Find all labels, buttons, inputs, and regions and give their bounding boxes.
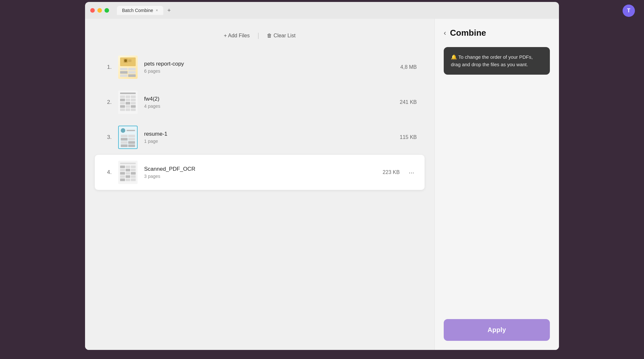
panel-back-button[interactable]: ‹ <box>444 29 446 37</box>
tab-area: Batch Combine × + <box>117 6 174 15</box>
clear-list-label: 🗑 Clear List <box>267 33 295 39</box>
panel-spacer <box>435 81 559 313</box>
file-index-2: 2. <box>103 99 112 105</box>
file-name-4: Scanned_PDF_OCR <box>144 166 367 172</box>
list-item[interactable]: 3. resume-1 1 page <box>95 120 425 155</box>
file-name-3: resume-1 <box>144 131 384 137</box>
file-list: 1. <box>95 50 425 190</box>
info-icon: 🔔 <box>451 54 457 60</box>
traffic-lights <box>90 8 109 13</box>
file-info-2: fw4(2) 4 pages <box>144 96 384 109</box>
tab-title: Batch Combine <box>122 8 153 13</box>
toolbar-divider: | <box>257 32 259 39</box>
file-size-2: 241 KB <box>391 99 417 105</box>
file-thumbnail-1 <box>118 56 138 79</box>
list-item[interactable]: 2. fw4(2) 4 pages <box>95 85 425 120</box>
close-button[interactable] <box>90 8 95 13</box>
file-info-1: pets report-copy 6 pages <box>144 61 384 74</box>
file-size-3: 115 KB <box>391 134 417 140</box>
file-pages-4: 3 pages <box>144 174 367 179</box>
file-thumbnail-2 <box>118 91 138 114</box>
clear-list-button[interactable]: 🗑 Clear List <box>267 33 295 39</box>
info-text: To change the order of your PDFs, drag a… <box>451 54 533 67</box>
file-index-3: 3. <box>103 134 112 141</box>
file-info-4: Scanned_PDF_OCR 3 pages <box>144 166 367 179</box>
file-info-3: resume-1 1 page <box>144 131 384 144</box>
content-area: + Add Files | 🗑 Clear List 1. <box>85 19 434 350</box>
file-pages-2: 4 pages <box>144 104 384 109</box>
new-tab-button[interactable]: + <box>165 6 174 15</box>
list-item[interactable]: 4. Scanned_PDF_OCR 3 page <box>95 155 425 190</box>
file-pages-1: 6 pages <box>144 68 384 74</box>
tab-batch-combine[interactable]: Batch Combine × <box>117 6 163 15</box>
right-panel: ‹ Combine 🔔 To change the order of your … <box>434 19 559 350</box>
minimize-button[interactable] <box>97 8 102 13</box>
file-name-2: fw4(2) <box>144 96 384 102</box>
list-item[interactable]: 1. <box>95 50 425 85</box>
file-thumbnail-4 <box>118 161 138 184</box>
file-index-1: 1. <box>103 64 112 70</box>
file-menu-button[interactable]: ··· <box>406 167 417 178</box>
add-files-label: + Add Files <box>224 33 250 39</box>
file-index-4: 4. <box>103 169 112 176</box>
add-files-button[interactable]: + Add Files <box>224 33 250 39</box>
svg-rect-1 <box>128 59 131 62</box>
file-size-1: 4,8 MB <box>391 64 417 70</box>
titlebar: Batch Combine × + <box>85 2 559 19</box>
svg-point-2 <box>124 59 127 62</box>
main-window: + Add Files | 🗑 Clear List 1. <box>85 19 559 350</box>
panel-info-box: 🔔 To change the order of your PDFs, drag… <box>444 47 550 75</box>
avatar[interactable]: T <box>623 5 635 17</box>
file-thumbnail-3 <box>118 126 138 149</box>
panel-title: Combine <box>450 28 486 38</box>
fullscreen-button[interactable] <box>105 8 109 13</box>
apply-button[interactable]: Apply <box>444 319 550 341</box>
toolbar: + Add Files | 🗑 Clear List <box>95 32 425 39</box>
panel-header: ‹ Combine <box>435 19 559 44</box>
tab-close-button[interactable]: × <box>156 8 158 13</box>
file-pages-3: 1 page <box>144 139 384 144</box>
file-name-1: pets report-copy <box>144 61 384 67</box>
file-size-4: 223 KB <box>374 169 400 175</box>
